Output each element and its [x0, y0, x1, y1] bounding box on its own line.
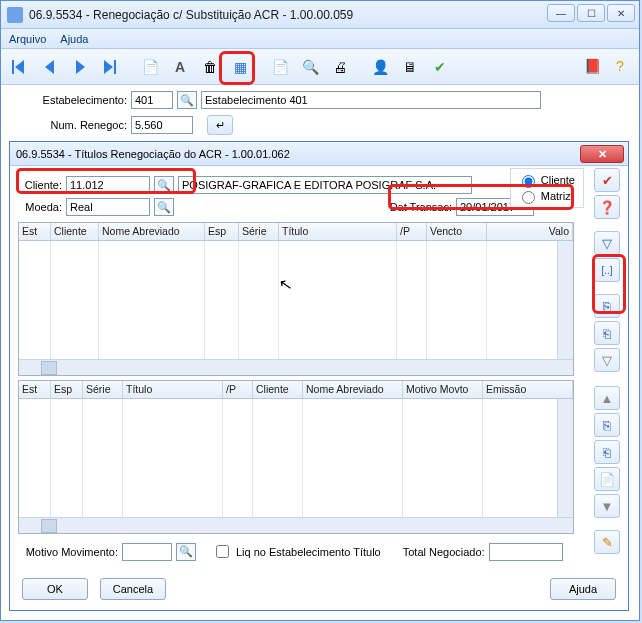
g1-vscroll[interactable]	[557, 241, 573, 359]
cliente-label: Cliente:	[18, 179, 62, 191]
total-label: Total Negociado:	[403, 546, 485, 558]
g2-col-motivo[interactable]: Motivo Movto	[403, 381, 483, 398]
side-help-icon[interactable]: ❓	[594, 195, 620, 219]
check-icon[interactable]: ✔	[427, 54, 453, 80]
renegoc-input[interactable]	[131, 116, 193, 134]
g1-col-titulo[interactable]: Título	[279, 223, 397, 240]
total-input[interactable]	[489, 543, 563, 561]
radio-cliente-label: Cliente	[541, 174, 575, 186]
g1-col-cliente[interactable]: Cliente	[51, 223, 99, 240]
side-remove-row-icon[interactable]: ⎗	[594, 321, 620, 345]
new-icon[interactable]: 📄	[137, 54, 163, 80]
inner-close-button[interactable]: ✕	[580, 145, 624, 163]
g2-hscroll[interactable]	[19, 517, 573, 533]
side-edit-icon[interactable]: ✎	[594, 530, 620, 554]
app-icon	[7, 7, 23, 23]
g2-body[interactable]	[19, 399, 573, 517]
g1-col-valor[interactable]: Valo	[487, 223, 573, 240]
calendar-icon[interactable]: ▦	[227, 54, 253, 80]
svg-rect-5	[114, 60, 116, 74]
side-up-icon[interactable]: ▲	[594, 386, 620, 410]
side-range-icon[interactable]: [..]	[594, 258, 620, 282]
g2-col-cliente[interactable]: Cliente	[253, 381, 303, 398]
svg-marker-4	[104, 60, 113, 74]
menu-ajuda[interactable]: Ajuda	[60, 33, 88, 45]
button-row: OK Cancela Ajuda	[10, 570, 628, 610]
side-check-icon[interactable]: ✔	[594, 168, 620, 192]
side-filter-icon[interactable]: ▽	[594, 231, 620, 255]
ok-button[interactable]: OK	[22, 578, 88, 600]
g2-col-est[interactable]: Est	[19, 381, 51, 398]
side-toolbar-upper: ✔ ❓ ▽ [..] ⎘ ⎗ ▽	[594, 168, 622, 372]
motivo-input[interactable]	[122, 543, 172, 561]
svg-marker-3	[76, 60, 85, 74]
outer-titlebar: 06.9.5534 - Renegociação c/ Substituição…	[1, 1, 639, 29]
g1-col-p[interactable]: /P	[397, 223, 427, 240]
preview-icon[interactable]: 🔍	[297, 54, 323, 80]
grid-titulos[interactable]: Est Cliente Nome Abreviado Esp Série Tít…	[18, 222, 574, 376]
estab-search-icon[interactable]: 🔍	[177, 91, 197, 109]
main-toolbar: 📄 A 🗑 ▦ 📄 🔍 🖨 👤 🖥 ✔ 📕 ?	[1, 49, 639, 85]
liq-label: Liq no Estabelecimento Título	[236, 546, 381, 558]
g1-hscroll[interactable]	[19, 359, 573, 375]
radio-matriz-label: Matriz	[541, 190, 571, 202]
menu-arquivo[interactable]: Arquivo	[9, 33, 46, 45]
nav-first-icon[interactable]	[7, 54, 33, 80]
g2-col-emissao[interactable]: Emissão	[483, 381, 573, 398]
estab-input[interactable]	[131, 91, 173, 109]
g1-body[interactable]	[19, 241, 573, 359]
g1-col-est[interactable]: Est	[19, 223, 51, 240]
minimize-button[interactable]: —	[547, 4, 575, 22]
cliente-input[interactable]	[66, 176, 150, 194]
radio-matriz[interactable]	[522, 191, 535, 204]
radio-cliente[interactable]	[522, 175, 535, 188]
g2-col-nome[interactable]: Nome Abreviado	[303, 381, 403, 398]
g1-col-nome[interactable]: Nome Abreviado	[99, 223, 205, 240]
motivo-search-icon[interactable]: 🔍	[176, 543, 196, 561]
g2-col-p[interactable]: /P	[223, 381, 253, 398]
side-sort-icon[interactable]: ▽	[594, 348, 620, 372]
g2-col-titulo[interactable]: Título	[123, 381, 223, 398]
side-toolbar-lower: ▲ ⎘ ⎗ 📄 ▼ ✎	[594, 386, 622, 554]
ajuda-button[interactable]: Ajuda	[550, 578, 616, 600]
side-down-icon[interactable]: ▼	[594, 494, 620, 518]
side-insert2-icon[interactable]: ⎘	[594, 413, 620, 437]
liq-checkbox[interactable]	[216, 545, 229, 558]
nav-last-icon[interactable]	[97, 54, 123, 80]
print-icon[interactable]: 🖨	[327, 54, 353, 80]
cancela-button[interactable]: Cancela	[100, 578, 166, 600]
page-icon[interactable]: 📄	[267, 54, 293, 80]
g2-col-serie[interactable]: Série	[83, 381, 123, 398]
g1-col-vencto[interactable]: Vencto	[427, 223, 487, 240]
g2-vscroll[interactable]	[557, 399, 573, 517]
renegoc-go-icon[interactable]: ↵	[207, 115, 233, 135]
moeda-input[interactable]	[66, 198, 150, 216]
help-icon[interactable]: ?	[607, 53, 633, 79]
user-icon[interactable]: 👤	[367, 54, 393, 80]
moeda-search-icon[interactable]: 🔍	[154, 198, 174, 216]
g1-col-serie[interactable]: Série	[239, 223, 279, 240]
delete-icon[interactable]: 🗑	[197, 54, 223, 80]
side-insert-row-icon[interactable]: ⎘	[594, 294, 620, 318]
grid-movimentos[interactable]: Est Esp Série Título /P Cliente Nome Abr…	[18, 380, 574, 534]
side-remove2-icon[interactable]: ⎗	[594, 440, 620, 464]
nav-next-icon[interactable]	[67, 54, 93, 80]
estab-label: Estabelecimento:	[11, 94, 127, 106]
g1-col-esp[interactable]: Esp	[205, 223, 239, 240]
inner-title: 06.9.5534 - Títulos Renegociação do ACR …	[16, 148, 290, 160]
menubar: Arquivo Ajuda	[1, 29, 639, 49]
side-doc-icon[interactable]: 📄	[594, 467, 620, 491]
close-button[interactable]: ✕	[607, 4, 635, 22]
maximize-button[interactable]: ☐	[577, 4, 605, 22]
inner-titlebar: 06.9.5534 - Títulos Renegociação do ACR …	[10, 142, 628, 166]
renegoc-label: Num. Renegoc:	[11, 119, 127, 131]
g2-col-esp[interactable]: Esp	[51, 381, 83, 398]
nav-prev-icon[interactable]	[37, 54, 63, 80]
outer-title: 06.9.5534 - Renegociação c/ Substituição…	[29, 8, 353, 22]
cliente-search-icon[interactable]: 🔍	[154, 176, 174, 194]
exit-icon[interactable]: 📕	[579, 53, 605, 79]
estab-name-input[interactable]	[201, 91, 541, 109]
monitor-icon[interactable]: 🖥	[397, 54, 423, 80]
text-icon[interactable]: A	[167, 54, 193, 80]
cliente-name-input[interactable]	[178, 176, 472, 194]
